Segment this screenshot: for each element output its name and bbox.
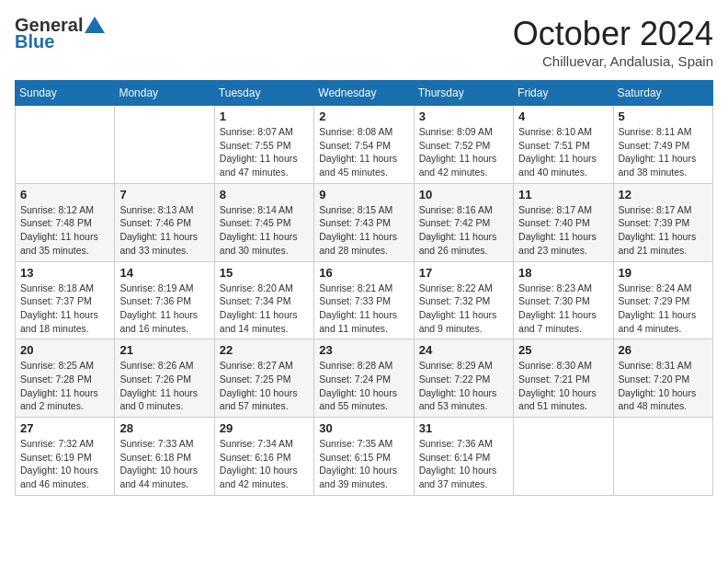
calendar-cell: 12Sunrise: 8:17 AMSunset: 7:39 PMDayligh… <box>613 183 712 261</box>
calendar-cell <box>16 106 115 184</box>
calendar-cell: 24Sunrise: 8:29 AMSunset: 7:22 PMDayligh… <box>414 339 513 418</box>
calendar-cell: 25Sunrise: 8:30 AMSunset: 7:21 PMDayligh… <box>514 339 613 418</box>
calendar-cell: 22Sunrise: 8:27 AMSunset: 7:25 PMDayligh… <box>214 339 313 418</box>
calendar-cell: 23Sunrise: 8:28 AMSunset: 7:24 PMDayligh… <box>314 339 414 418</box>
calendar-cell: 7Sunrise: 8:13 AMSunset: 7:46 PMDaylight… <box>115 183 214 261</box>
day-info: Sunrise: 8:13 AMSunset: 7:46 PMDaylight:… <box>119 203 209 258</box>
calendar-cell: 16Sunrise: 8:21 AMSunset: 7:33 PMDayligh… <box>314 261 414 339</box>
calendar-header-friday: Friday <box>514 81 613 106</box>
calendar-table: SundayMondayTuesdayWednesdayThursdayFrid… <box>15 80 713 496</box>
calendar-cell <box>514 418 613 496</box>
calendar-week-row: 20Sunrise: 8:25 AMSunset: 7:28 PMDayligh… <box>16 339 713 418</box>
day-info: Sunrise: 8:23 AMSunset: 7:30 PMDaylight:… <box>518 282 608 336</box>
day-info: Sunrise: 8:30 AMSunset: 7:21 PMDaylight:… <box>518 359 608 413</box>
day-number: 9 <box>319 188 408 201</box>
calendar-week-row: 13Sunrise: 8:18 AMSunset: 7:37 PMDayligh… <box>16 261 713 339</box>
day-number: 14 <box>119 266 209 280</box>
day-info: Sunrise: 8:10 AMSunset: 7:51 PMDaylight:… <box>518 125 608 179</box>
day-number: 6 <box>20 188 109 201</box>
calendar-cell <box>115 106 214 184</box>
day-info: Sunrise: 8:07 AMSunset: 7:55 PMDaylight:… <box>220 125 309 179</box>
calendar-cell: 9Sunrise: 8:15 AMSunset: 7:43 PMDaylight… <box>314 183 414 261</box>
day-number: 15 <box>220 266 309 280</box>
calendar-header-saturday: Saturday <box>613 81 712 106</box>
calendar-cell: 15Sunrise: 8:20 AMSunset: 7:34 PMDayligh… <box>214 261 313 339</box>
day-number: 17 <box>419 266 508 280</box>
month-title: October 2024 <box>513 15 713 53</box>
calendar-cell: 10Sunrise: 8:16 AMSunset: 7:42 PMDayligh… <box>414 183 513 261</box>
page-header: General Blue October 2024 Chilluevar, An… <box>15 15 713 69</box>
calendar-cell: 19Sunrise: 8:24 AMSunset: 7:29 PMDayligh… <box>613 261 712 339</box>
day-number: 5 <box>619 109 708 123</box>
day-info: Sunrise: 7:35 AMSunset: 6:15 PMDaylight:… <box>319 437 408 491</box>
day-info: Sunrise: 8:19 AMSunset: 7:36 PMDaylight:… <box>119 282 209 336</box>
day-info: Sunrise: 8:08 AMSunset: 7:54 PMDaylight:… <box>319 125 408 179</box>
calendar-cell: 4Sunrise: 8:10 AMSunset: 7:51 PMDaylight… <box>514 106 613 184</box>
day-info: Sunrise: 8:22 AMSunset: 7:32 PMDaylight:… <box>419 282 508 336</box>
calendar-week-row: 1Sunrise: 8:07 AMSunset: 7:55 PMDaylight… <box>16 106 713 184</box>
day-number: 11 <box>518 188 608 201</box>
day-info: Sunrise: 8:24 AMSunset: 7:29 PMDaylight:… <box>619 282 708 336</box>
day-info: Sunrise: 8:17 AMSunset: 7:40 PMDaylight:… <box>518 203 608 258</box>
day-number: 4 <box>518 109 608 123</box>
calendar-header-thursday: Thursday <box>414 81 513 106</box>
day-info: Sunrise: 7:36 AMSunset: 6:14 PMDaylight:… <box>419 437 508 491</box>
calendar-cell: 6Sunrise: 8:12 AMSunset: 7:48 PMDaylight… <box>16 183 115 261</box>
day-number: 29 <box>220 421 309 435</box>
day-number: 18 <box>518 266 608 280</box>
calendar-header-tuesday: Tuesday <box>214 81 313 106</box>
day-number: 31 <box>419 421 508 435</box>
calendar-cell: 14Sunrise: 8:19 AMSunset: 7:36 PMDayligh… <box>115 261 214 339</box>
day-number: 28 <box>119 421 209 435</box>
logo: General Blue <box>15 15 105 52</box>
day-number: 3 <box>419 109 508 123</box>
day-info: Sunrise: 7:34 AMSunset: 6:16 PMDaylight:… <box>220 437 309 491</box>
calendar-cell: 20Sunrise: 8:25 AMSunset: 7:28 PMDayligh… <box>16 339 115 418</box>
day-number: 19 <box>619 266 708 280</box>
day-number: 7 <box>119 188 209 201</box>
calendar-cell: 31Sunrise: 7:36 AMSunset: 6:14 PMDayligh… <box>414 418 513 496</box>
day-number: 12 <box>619 188 708 201</box>
day-info: Sunrise: 8:12 AMSunset: 7:48 PMDaylight:… <box>20 203 109 258</box>
calendar-week-row: 27Sunrise: 7:32 AMSunset: 6:19 PMDayligh… <box>16 418 713 496</box>
calendar-cell: 26Sunrise: 8:31 AMSunset: 7:20 PMDayligh… <box>613 339 712 418</box>
calendar-cell: 21Sunrise: 8:26 AMSunset: 7:26 PMDayligh… <box>115 339 214 418</box>
day-number: 20 <box>20 343 109 357</box>
calendar-header-row: SundayMondayTuesdayWednesdayThursdayFrid… <box>16 81 713 106</box>
calendar-week-row: 6Sunrise: 8:12 AMSunset: 7:48 PMDaylight… <box>16 183 713 261</box>
day-number: 30 <box>319 421 408 435</box>
day-info: Sunrise: 8:18 AMSunset: 7:37 PMDaylight:… <box>20 282 109 336</box>
day-number: 22 <box>220 343 309 357</box>
calendar-cell: 1Sunrise: 8:07 AMSunset: 7:55 PMDaylight… <box>214 106 313 184</box>
day-info: Sunrise: 8:27 AMSunset: 7:25 PMDaylight:… <box>220 359 309 413</box>
day-info: Sunrise: 8:28 AMSunset: 7:24 PMDaylight:… <box>319 359 408 413</box>
day-info: Sunrise: 8:20 AMSunset: 7:34 PMDaylight:… <box>220 282 309 336</box>
day-info: Sunrise: 7:32 AMSunset: 6:19 PMDaylight:… <box>20 437 109 491</box>
day-number: 1 <box>220 109 309 123</box>
day-info: Sunrise: 8:17 AMSunset: 7:39 PMDaylight:… <box>619 203 708 258</box>
calendar-header-wednesday: Wednesday <box>314 81 414 106</box>
calendar-cell <box>613 418 712 496</box>
calendar-cell: 18Sunrise: 8:23 AMSunset: 7:30 PMDayligh… <box>514 261 613 339</box>
day-info: Sunrise: 7:33 AMSunset: 6:18 PMDaylight:… <box>119 437 209 491</box>
day-number: 8 <box>220 188 309 201</box>
day-number: 23 <box>319 343 408 357</box>
day-info: Sunrise: 8:15 AMSunset: 7:43 PMDaylight:… <box>319 203 408 258</box>
day-info: Sunrise: 8:16 AMSunset: 7:42 PMDaylight:… <box>419 203 508 258</box>
calendar-cell: 3Sunrise: 8:09 AMSunset: 7:52 PMDaylight… <box>414 106 513 184</box>
calendar-cell: 27Sunrise: 7:32 AMSunset: 6:19 PMDayligh… <box>16 418 115 496</box>
day-info: Sunrise: 8:21 AMSunset: 7:33 PMDaylight:… <box>319 282 408 336</box>
day-number: 13 <box>20 266 109 280</box>
day-info: Sunrise: 8:11 AMSunset: 7:49 PMDaylight:… <box>619 125 708 179</box>
calendar-header-monday: Monday <box>115 81 214 106</box>
logo-blue: Blue <box>15 31 105 52</box>
day-info: Sunrise: 8:31 AMSunset: 7:20 PMDaylight:… <box>619 359 708 413</box>
day-info: Sunrise: 8:14 AMSunset: 7:45 PMDaylight:… <box>220 203 309 258</box>
calendar-cell: 17Sunrise: 8:22 AMSunset: 7:32 PMDayligh… <box>414 261 513 339</box>
day-number: 25 <box>518 343 608 357</box>
day-info: Sunrise: 8:25 AMSunset: 7:28 PMDaylight:… <box>20 359 109 413</box>
day-number: 10 <box>419 188 508 201</box>
calendar-cell: 2Sunrise: 8:08 AMSunset: 7:54 PMDaylight… <box>314 106 414 184</box>
calendar-cell: 8Sunrise: 8:14 AMSunset: 7:45 PMDaylight… <box>214 183 313 261</box>
day-number: 2 <box>319 109 408 123</box>
